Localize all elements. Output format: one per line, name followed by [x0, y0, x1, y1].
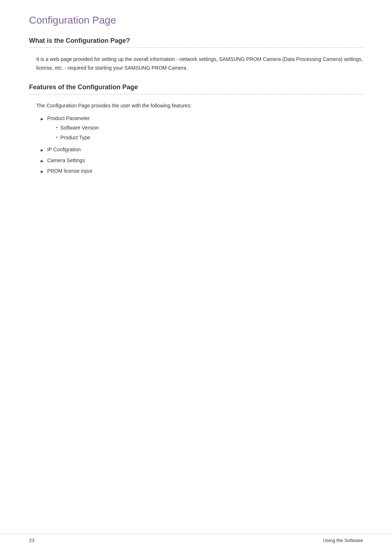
- page-footer: 23 Using the Software: [0, 534, 392, 543]
- section-heading-features: Features of the Configuration Page: [29, 83, 363, 94]
- arrow-icon: ►: [40, 147, 44, 154]
- bullet-icon: ▪: [56, 134, 57, 141]
- list-item: ► Camera Settings: [40, 156, 363, 165]
- feature-item-label: Camera Settings: [47, 156, 85, 165]
- feature-item-label: PROM license input: [47, 167, 92, 176]
- arrow-icon: ►: [40, 157, 44, 165]
- arrow-icon: ►: [40, 168, 44, 175]
- feature-item-label: IP Configration: [47, 145, 81, 154]
- list-item: ▪ Software Version: [56, 124, 99, 132]
- features-intro: The Configuration Page provides the user…: [36, 102, 363, 110]
- feature-item-label: Product Parameter: [47, 115, 90, 121]
- sub-item-label: Software Version: [60, 124, 99, 132]
- page-title: Configuration Page: [29, 15, 363, 26]
- arrow-icon: ►: [40, 115, 44, 123]
- bullet-icon: ▪: [56, 124, 57, 131]
- footer-page-number: 23: [29, 538, 34, 543]
- list-item: ► PROM license input: [40, 167, 363, 176]
- footer-section-label: Using the Software: [323, 538, 363, 543]
- features-list: ► Product Parameter ▪ Software Version ▪…: [36, 114, 363, 176]
- list-item: ► IP Configration: [40, 145, 363, 154]
- list-item: ▪ Product Type: [56, 134, 99, 142]
- sub-item-label: Product Type: [60, 134, 90, 142]
- section-body-what-is: It is a web page provided for setting up…: [36, 55, 363, 73]
- list-item: ► Product Parameter ▪ Software Version ▪…: [40, 114, 363, 143]
- section-features: Features of the Configuration Page The C…: [29, 83, 363, 176]
- section-heading-what-is: What is the Configuration Page?: [29, 37, 363, 48]
- section-what-is: What is the Configuration Page? It is a …: [29, 37, 363, 73]
- sub-list: ▪ Software Version ▪ Product Type: [47, 124, 99, 142]
